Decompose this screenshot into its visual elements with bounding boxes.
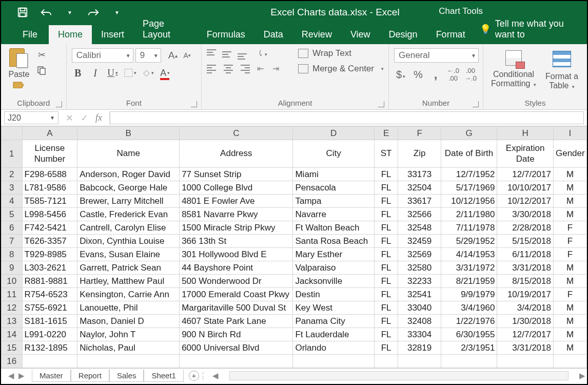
cell[interactable]: L303-2621 [22,261,77,275]
cell[interactable]: 4801 E Fowler Ave [180,195,293,208]
cell[interactable]: Dixon, Cynthia Louise [77,235,180,248]
cell[interactable]: 32580 [398,261,441,275]
row-header[interactable]: 14 [2,328,23,341]
dialog-launcher-icon[interactable] [473,101,479,107]
cell[interactable]: Navarre [293,208,374,221]
formula-input[interactable] [110,111,584,124]
column-header[interactable]: G [441,127,497,140]
format-as-table-button[interactable]: Format a Table ▾ [543,48,581,90]
tab-view[interactable]: View [341,25,380,44]
cell[interactable]: F [553,288,586,301]
cell[interactable]: Hartley, Matthew Paul [77,275,180,288]
tell-me-search[interactable]: 💡 Tell me what you want to [475,14,587,44]
align-middle-icon[interactable] [222,48,234,60]
cell[interactable] [398,355,441,368]
cell[interactable] [22,355,77,368]
column-header[interactable]: F [398,127,441,140]
cell[interactable]: Garrett, Patrick Sean [77,261,180,275]
cell[interactable]: 4607 State Park Lane [180,315,293,328]
cell[interactable]: Panama City [293,315,374,328]
cell[interactable]: 32504 [398,181,441,195]
font-size-combo[interactable]: 9▼ [135,48,161,63]
cell[interactable]: 12/7/1952 [441,168,497,181]
cell[interactable]: FL [374,168,398,181]
add-sheet-button[interactable]: + [189,371,199,381]
copy-icon[interactable] [36,65,47,76]
cell[interactable]: 10/10/2017 [497,181,554,195]
cell[interactable]: 3/4/1960 [441,301,497,315]
cell[interactable]: 1000 College Blvd [180,181,293,195]
cell[interactable]: 7/11/1978 [441,221,497,235]
cell[interactable]: FL [374,328,398,341]
wrap-text-button[interactable]: Wrap Text [298,48,384,59]
cell[interactable]: Orlando [293,341,374,355]
cell[interactable] [180,355,293,368]
cell[interactable]: 32541 [398,288,441,301]
cell[interactable]: 33173 [398,168,441,181]
align-center-icon[interactable] [222,64,234,75]
cell[interactable]: FL [374,195,398,208]
cell[interactable]: 2/28/2018 [497,221,554,235]
row-header[interactable]: 3 [2,181,23,195]
fill-color-button[interactable]: ▾ [142,67,154,79]
tab-file[interactable]: File [11,25,49,44]
column-header[interactable]: A [22,127,77,140]
cell[interactable]: Mary Esther [293,248,374,261]
cell[interactable]: 33304 [398,328,441,341]
cell[interactable]: R132-1895 [22,341,77,355]
cell[interactable] [293,355,374,368]
cell[interactable]: Zip [398,140,441,168]
increase-indent-icon[interactable]: ⇥ [272,64,285,75]
cell[interactable]: 32548 [398,221,441,235]
cell[interactable]: T626-3357 [22,235,77,248]
cell[interactable]: 32408 [398,315,441,328]
cell[interactable]: M [553,275,586,288]
row-header[interactable]: 15 [2,341,23,355]
cell[interactable]: 366 13th St [180,235,293,248]
row-header[interactable]: 16 [2,355,23,368]
scroll-right-icon[interactable]: ▶ [578,371,587,380]
cancel-formula-icon[interactable]: ✕ [66,112,73,124]
enter-formula-icon[interactable]: ✓ [81,112,88,124]
cell[interactable] [553,355,586,368]
cell[interactable]: M [553,341,586,355]
save-icon[interactable] [15,5,30,20]
cell[interactable]: 3/30/2018 [497,208,554,221]
cell[interactable]: 3/31/1972 [441,261,497,275]
cell[interactable]: F [553,221,586,235]
cell[interactable]: Evans, Susan Elaine [77,248,180,261]
orientation-icon[interactable]: ⤹▾ [257,48,269,60]
cell[interactable]: L991-0220 [22,328,77,341]
cell[interactable]: 6000 Universal Blvd [180,341,293,355]
cell[interactable]: Santa Rosa Beach [293,235,374,248]
cell[interactable]: 3/4/2018 [497,301,554,315]
cell[interactable]: L998-5456 [22,208,77,221]
cell[interactable]: 12/7/2017 [497,168,554,181]
cell[interactable]: Kensington, Carrie Ann [77,288,180,301]
font-name-combo[interactable]: Calibri▼ [72,48,133,63]
cell[interactable]: FL [374,301,398,315]
cell[interactable]: 12/7/2017 [497,328,554,341]
sheet-tab[interactable]: Master [32,370,71,382]
cell[interactable]: City [293,140,374,168]
tab-page-layout[interactable]: Page Layout [133,14,198,44]
cell[interactable]: Expiration Date [497,140,554,168]
cell[interactable]: 301 Hollywood Blvd E [180,248,293,261]
undo-dropdown-icon[interactable]: ▼ [63,5,77,20]
cell[interactable]: License Number [22,140,77,168]
cell[interactable]: M [553,181,586,195]
cell[interactable]: Brewer, Larry Mitchell [77,195,180,208]
column-header[interactable]: E [374,127,398,140]
cell[interactable]: Mason, Daniel D [77,315,180,328]
cell[interactable]: Destin [293,288,374,301]
number-format-combo[interactable]: General▼ [394,48,479,63]
cell[interactable] [441,355,497,368]
cell[interactable]: Date of Birth [441,140,497,168]
cell[interactable]: Naylor, John T [77,328,180,341]
cell[interactable]: Pensacola [293,181,374,195]
tab-formulas[interactable]: Formulas [198,25,254,44]
align-bottom-icon[interactable] [238,48,250,60]
column-header[interactable]: C [180,127,293,140]
redo-icon[interactable] [86,5,101,20]
cell[interactable]: Babcock, George Hale [77,181,180,195]
